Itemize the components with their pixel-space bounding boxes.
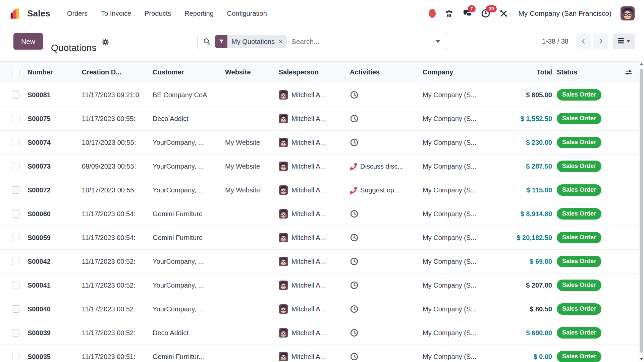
debug-tools-button[interactable] <box>499 9 508 18</box>
search-input[interactable] <box>291 37 436 46</box>
cell-activities[interactable] <box>350 233 423 242</box>
cell-number: S00072 <box>28 186 82 194</box>
scrollbar-thumb[interactable] <box>640 69 643 353</box>
status-badge: Sales Order <box>557 208 601 220</box>
cell-total: $ 80.50 <box>490 305 552 313</box>
cell-company: My Company (S... <box>423 115 490 123</box>
column-header-status[interactable]: Status <box>552 68 619 76</box>
table-row[interactable]: S00042 11/17/2023 00:52: YourCompany, ..… <box>0 250 644 274</box>
app-switcher[interactable]: Sales <box>10 7 50 19</box>
vertical-scrollbar[interactable] <box>639 61 644 362</box>
column-header-creation-date[interactable]: Creation D... <box>82 68 153 76</box>
table-row[interactable]: S00041 11/17/2023 00:52: YourCompany, ..… <box>0 274 644 297</box>
menu-configuration[interactable]: Configuration <box>227 10 267 17</box>
row-checkbox[interactable] <box>12 210 19 218</box>
table-row[interactable]: S00059 11/17/2023 00:54: Gemini Furnitur… <box>0 226 644 250</box>
row-checkbox[interactable] <box>12 353 19 360</box>
cell-activities[interactable]: Discuss disc... <box>350 163 423 170</box>
cell-company: My Company (S... <box>423 329 490 337</box>
table-row[interactable]: S00073 08/09/2023 00:55: YourCompany, ..… <box>0 155 644 178</box>
new-button[interactable]: New <box>13 33 43 50</box>
activities-menu-button[interactable]: 39 <box>481 9 490 18</box>
cell-website: My Website <box>225 139 279 146</box>
cell-activities[interactable] <box>350 138 423 147</box>
menu-to-invoice[interactable]: To Invoice <box>101 10 131 17</box>
menu-reporting[interactable]: Reporting <box>184 10 214 17</box>
cell-number: S00039 <box>28 329 82 337</box>
cell-activities[interactable] <box>350 352 423 361</box>
scroll-down-icon[interactable] <box>640 358 643 360</box>
table-row[interactable]: S00060 11/17/2023 00:54: Gemini Furnitur… <box>0 202 644 226</box>
pager-next-button[interactable] <box>593 34 608 49</box>
table-row[interactable]: S00075 11/17/2023 00:55: Deco Addict Mit… <box>0 107 644 131</box>
table-row[interactable]: S00039 11/17/2023 00:52: Deco Addict Mit… <box>0 321 644 345</box>
cell-activities[interactable] <box>350 90 423 99</box>
cell-total: $ 805.00 <box>490 91 552 99</box>
cell-customer: YourCompany, ... <box>153 258 225 265</box>
cell-company: My Company (S... <box>423 186 490 194</box>
salesperson-avatar <box>279 138 288 147</box>
funnel-filter-icon <box>215 35 227 48</box>
cell-activities[interactable]: Suggest op... <box>350 186 423 194</box>
column-header-customer[interactable]: Customer <box>153 68 225 76</box>
table-row[interactable]: S00081 11/17/2023 09:21:0 BE Company CoA… <box>0 83 644 107</box>
cell-customer: Deco Addict <box>153 329 225 337</box>
voip-phone-button[interactable] <box>445 9 453 18</box>
table-row[interactable]: S00035 11/17/2023 00:51: Gemini Furnitur… <box>0 345 644 362</box>
search-bar[interactable]: My Quotations × <box>197 33 447 50</box>
record-indicator-dot[interactable] <box>429 9 436 18</box>
cell-activities[interactable] <box>350 257 423 266</box>
row-checkbox[interactable] <box>12 139 19 146</box>
phone-icon <box>445 9 453 18</box>
row-checkbox[interactable] <box>12 186 19 194</box>
filter-facet[interactable]: My Quotations × <box>215 35 287 48</box>
company-switcher[interactable]: My Company (San Francisco) <box>518 9 611 17</box>
row-checkbox[interactable] <box>12 282 19 289</box>
column-header-website[interactable]: Website <box>225 68 279 76</box>
status-badge: Sales Order <box>557 137 601 148</box>
row-checkbox[interactable] <box>12 115 19 122</box>
optional-columns-icon[interactable] <box>625 68 633 76</box>
column-header-company[interactable]: Company <box>423 68 490 76</box>
cell-company: My Company (S... <box>423 305 490 313</box>
table-row[interactable]: S00074 10/17/2023 00:55: YourCompany, ..… <box>0 131 644 155</box>
salesperson-avatar <box>279 281 288 290</box>
column-header-activities[interactable]: Activities <box>350 68 423 76</box>
cell-activities[interactable] <box>350 305 423 313</box>
search-dropdown-caret-icon[interactable] <box>436 40 440 43</box>
cell-activities[interactable] <box>350 281 423 290</box>
pager-prev-button[interactable] <box>576 34 591 49</box>
scroll-up-icon[interactable] <box>640 63 643 65</box>
select-all-checkbox[interactable] <box>12 69 19 76</box>
view-settings-button[interactable] <box>101 38 110 47</box>
row-checkbox[interactable] <box>12 258 19 265</box>
row-checkbox[interactable] <box>12 234 19 241</box>
row-checkbox[interactable] <box>12 91 19 99</box>
cell-activities[interactable] <box>350 209 423 218</box>
activity-clock-icon <box>350 281 359 290</box>
view-switcher-button[interactable] <box>613 34 635 49</box>
column-header-total[interactable]: Total <box>490 68 552 76</box>
cell-number: S00074 <box>28 139 82 146</box>
menu-products[interactable]: Products <box>145 10 171 17</box>
list-view-icon <box>618 38 624 45</box>
cell-activities[interactable] <box>350 328 423 337</box>
salesperson-avatar <box>279 209 288 219</box>
row-checkbox[interactable] <box>12 329 19 337</box>
table-row[interactable]: S00040 11/17/2023 00:52: YourCompany, ..… <box>0 297 644 321</box>
user-avatar[interactable] <box>621 6 635 20</box>
cell-creation-date: 10/17/2023 00:55: <box>82 186 153 194</box>
facet-remove-icon[interactable]: × <box>278 38 287 45</box>
menu-orders[interactable]: Orders <box>67 10 88 17</box>
column-header-salesperson[interactable]: Salesperson <box>279 68 350 76</box>
cell-total: $ 1,552.50 <box>490 115 552 123</box>
cell-salesperson: Mitchell A... <box>279 138 350 147</box>
column-header-number[interactable]: Number <box>28 68 82 76</box>
row-checkbox[interactable] <box>12 305 19 313</box>
table-row[interactable]: S00072 10/17/2023 00:55: YourCompany, ..… <box>0 178 644 202</box>
cell-activities[interactable] <box>350 114 423 123</box>
cell-salesperson: Mitchell A... <box>279 281 350 290</box>
row-checkbox[interactable] <box>12 163 19 170</box>
messages-menu-button[interactable]: 7 <box>463 9 472 18</box>
cell-customer: Gemini Furniture <box>153 210 225 218</box>
